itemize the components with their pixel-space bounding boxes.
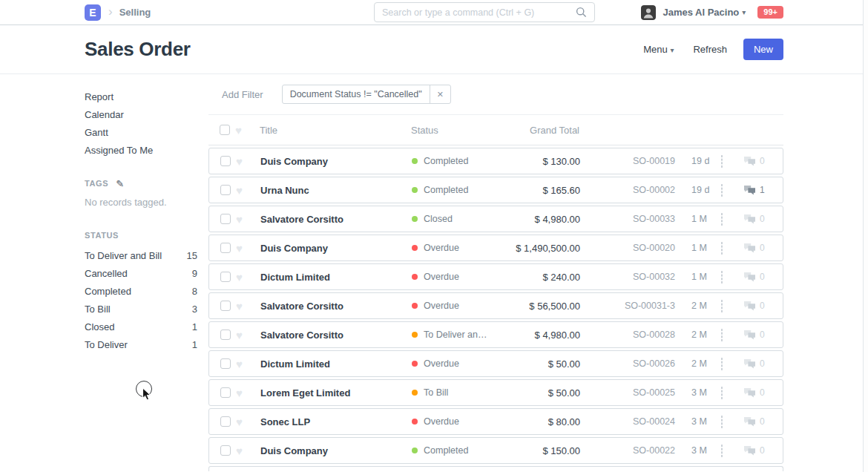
table-row[interactable]: ♥ Duis Company Completed $ 150.00 SO-000… xyxy=(208,437,783,464)
status-filter-item[interactable]: To Bill 3 xyxy=(85,300,197,318)
table-row[interactable]: ♥ Salvatore Corsitto Closed $ 4,980.00 S… xyxy=(208,206,783,232)
status-count: 8 xyxy=(192,286,197,297)
like-icon[interactable]: ♥ xyxy=(236,213,260,226)
modified-age: 1 M xyxy=(675,243,721,253)
like-icon[interactable]: ♥ xyxy=(236,387,260,399)
row-checkbox[interactable] xyxy=(220,358,231,369)
status-label: To Bill xyxy=(85,304,111,315)
like-icon[interactable]: ♥ xyxy=(236,271,260,283)
filter-area: Add Filter Document Status != "Cancelled… xyxy=(208,74,783,115)
row-title[interactable]: Salvatore Corsitto xyxy=(260,330,412,341)
row-title[interactable]: Duis Company xyxy=(260,445,412,456)
table-row[interactable]: ♥ Dictum Limited Overdue $ 50.00 SO-0002… xyxy=(208,350,783,377)
row-checkbox[interactable] xyxy=(220,416,231,427)
sidebar-view-item[interactable]: Calendar xyxy=(85,105,197,123)
assign-placeholder[interactable] xyxy=(721,300,723,312)
row-title[interactable]: Salvatore Corsitto xyxy=(260,214,412,225)
status-filter-item[interactable]: Closed 1 xyxy=(85,318,197,335)
list-rows: ♥ Duis Company Completed $ 130.00 SO-000… xyxy=(208,145,783,464)
like-icon[interactable]: ♥ xyxy=(236,300,260,312)
document-id: SO-00025 xyxy=(580,387,675,398)
assign-placeholder[interactable] xyxy=(721,445,723,457)
row-title[interactable]: Dictum Limited xyxy=(260,358,412,370)
modified-age: 1 M xyxy=(675,214,721,224)
comment-count: 0 xyxy=(760,387,765,398)
row-checkbox[interactable] xyxy=(220,301,231,311)
status-filter-item[interactable]: Completed 8 xyxy=(85,282,197,300)
comment-count: 0 xyxy=(760,214,765,224)
new-button[interactable]: New xyxy=(743,39,783,60)
grand-total: $ 50.00 xyxy=(501,358,580,370)
table-row[interactable]: ♥ Duis Company Overdue $ 1,490,500.00 SO… xyxy=(208,235,783,261)
sidebar-view-item[interactable]: Assigned To Me xyxy=(85,141,197,159)
table-row[interactable]: ♥ Salvatore Corsitto To Deliver an… $ 4,… xyxy=(208,321,783,348)
modified-age: 19 d xyxy=(675,185,721,195)
table-row[interactable]: ♥ Sonec LLP Overdue $ 80.00 SO-00024 3 M… xyxy=(208,408,783,435)
breadcrumb-selling[interactable]: Selling xyxy=(119,7,151,18)
assign-placeholder[interactable] xyxy=(721,155,723,168)
table-row[interactable]: ♥ Urna Nunc Completed $ 165.60 SO-00002 … xyxy=(208,177,783,203)
like-icon[interactable]: ♥ xyxy=(236,184,260,197)
table-row[interactable]: ♥ Lorem Eget Limited To Bill $ 50.00 SO-… xyxy=(208,379,783,406)
app-logo[interactable]: E xyxy=(85,4,101,21)
notification-badge[interactable]: 99+ xyxy=(757,6,783,19)
menu-button[interactable]: Menu ▾ xyxy=(643,44,674,55)
row-title[interactable]: Urna Nunc xyxy=(260,185,412,196)
edit-tags-icon[interactable]: ✎ xyxy=(116,178,125,189)
refresh-button[interactable]: Refresh xyxy=(693,44,727,55)
assign-placeholder[interactable] xyxy=(721,329,723,341)
assign-placeholder[interactable] xyxy=(721,184,723,197)
table-row-partial[interactable] xyxy=(208,466,783,471)
assign-placeholder[interactable] xyxy=(721,213,723,226)
status-filter-item[interactable]: To Deliver 1 xyxy=(85,335,197,353)
status-dot xyxy=(412,245,418,251)
like-icon[interactable]: ♥ xyxy=(236,416,260,428)
status-dot xyxy=(412,158,418,164)
sidebar-view-item[interactable]: Report xyxy=(85,88,197,105)
like-icon[interactable]: ♥ xyxy=(236,445,260,457)
select-all-checkbox[interactable] xyxy=(220,125,230,135)
add-filter-button[interactable]: Add Filter xyxy=(222,89,263,100)
like-icon[interactable]: ♥ xyxy=(236,329,260,341)
row-checkbox[interactable] xyxy=(220,156,231,166)
row-checkbox[interactable] xyxy=(220,243,231,253)
filter-pill-label[interactable]: Document Status != "Cancelled" xyxy=(283,85,430,103)
sidebar-view-item[interactable]: Gantt xyxy=(85,123,197,141)
like-icon[interactable]: ♥ xyxy=(236,155,260,168)
assign-placeholder[interactable] xyxy=(721,271,723,283)
search-input[interactable] xyxy=(382,7,576,18)
filter-remove-button[interactable]: ✕ xyxy=(430,85,450,103)
like-icon[interactable]: ♥ xyxy=(236,242,260,255)
modified-age: 1 M xyxy=(675,272,721,282)
row-title[interactable]: Duis Company xyxy=(260,243,412,254)
liked-header-icon[interactable]: ♥ xyxy=(235,124,260,137)
status-filter-item[interactable]: Cancelled 9 xyxy=(85,264,197,282)
like-icon[interactable]: ♥ xyxy=(236,358,260,370)
row-title[interactable]: Lorem Eget Limited xyxy=(260,387,412,399)
avatar[interactable] xyxy=(641,5,656,20)
scrollbar[interactable] xyxy=(863,0,868,472)
status-text: Overdue xyxy=(424,301,459,311)
table-row[interactable]: ♥ Dictum Limited Overdue $ 240.00 SO-000… xyxy=(208,263,783,290)
row-title[interactable]: Sonec LLP xyxy=(260,416,412,427)
row-title[interactable]: Dictum Limited xyxy=(260,272,412,283)
filter-pill[interactable]: Document Status != "Cancelled" ✕ xyxy=(282,85,451,104)
assign-placeholder[interactable] xyxy=(721,358,723,370)
status-filter-item[interactable]: To Deliver and Bill 15 xyxy=(85,246,197,264)
user-menu[interactable]: James Al Pacino xyxy=(662,7,739,18)
row-checkbox[interactable] xyxy=(220,214,231,224)
row-title[interactable]: Duis Company xyxy=(260,156,412,167)
table-row[interactable]: ♥ Duis Company Completed $ 130.00 SO-000… xyxy=(208,148,783,174)
table-row[interactable]: ♥ Salvatore Corsitto Overdue $ 56,500.00… xyxy=(208,292,783,319)
row-checkbox[interactable] xyxy=(220,445,231,456)
assign-placeholder[interactable] xyxy=(721,387,723,399)
comment-icon xyxy=(743,445,756,456)
comment-count: 0 xyxy=(760,445,765,456)
row-title[interactable]: Salvatore Corsitto xyxy=(260,301,412,312)
row-checkbox[interactable] xyxy=(220,330,231,340)
assign-placeholder[interactable] xyxy=(721,242,723,255)
row-checkbox[interactable] xyxy=(220,387,231,398)
row-checkbox[interactable] xyxy=(220,272,231,282)
row-checkbox[interactable] xyxy=(220,185,231,195)
assign-placeholder[interactable] xyxy=(721,416,723,428)
